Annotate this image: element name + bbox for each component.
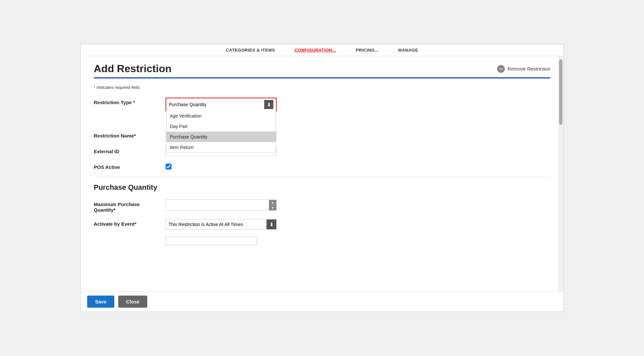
dropdown-option-item-return[interactable]: Item Return	[167, 142, 276, 153]
pos-active-row: POS Active	[94, 162, 550, 170]
max-qty-spinner[interactable]: ▲ ▼	[166, 200, 277, 211]
restriction-type-row: Restriction Type * Purchase Quantity ⬇ A…	[94, 98, 550, 111]
pos-active-checkbox[interactable]	[166, 164, 171, 170]
spinner-up-button[interactable]: ▲	[269, 200, 276, 205]
restriction-type-label: Restriction Type *	[94, 98, 166, 105]
external-id-row: External ID	[94, 147, 550, 156]
nav-pricing[interactable]: PRICING...	[356, 48, 379, 53]
scrollbar[interactable]	[558, 56, 563, 291]
activate-event-control: This Restriction is Active At All Times …	[166, 219, 277, 230]
scrollbar-thumb[interactable]	[559, 59, 562, 125]
blue-divider	[94, 77, 550, 78]
activate-event-row: Activate by Event* This Restriction is A…	[94, 219, 550, 230]
remove-icon: −	[497, 65, 505, 73]
remove-restriction-button[interactable]: − Remove Restriction	[497, 65, 550, 73]
section-divider	[94, 176, 550, 177]
main-window: CATEGORIES & ITEMS CONFIGURATION... PRIC…	[80, 44, 564, 312]
dropdown-selected-value: Purchase Quantity	[169, 102, 206, 107]
spinner-buttons: ▲ ▼	[269, 200, 276, 210]
nav-categories-items[interactable]: CATEGORIES & ITEMS	[226, 48, 275, 53]
purchase-quantity-section: Purchase Quantity Maximum Purchase Quant…	[94, 183, 550, 245]
restriction-type-control: Purchase Quantity ⬇ Age Verification Day…	[166, 98, 277, 111]
main-content: Add Restriction − Remove Restriction * I…	[81, 56, 563, 291]
pos-active-label: POS Active	[94, 162, 166, 170]
pos-active-control	[166, 162, 171, 170]
max-qty-control: ▲ ▼	[166, 200, 277, 211]
partial-bottom-label	[94, 236, 166, 238]
bottom-bar: Save Close	[81, 291, 563, 312]
remove-restriction-label: Remove Restriction	[507, 66, 550, 72]
external-id-label: External ID	[94, 147, 166, 154]
required-note: * Indicates required field.	[94, 85, 550, 90]
activate-event-dropdown[interactable]: This Restriction is Active At All Times …	[166, 219, 277, 230]
restriction-name-row: Restriction Name*	[94, 131, 550, 140]
partial-bottom-row	[94, 236, 550, 245]
nav-manage[interactable]: MANAGE	[398, 48, 418, 53]
nav-configuration[interactable]: CONFIGURATION...	[295, 48, 336, 53]
dropdown-arrow-button[interactable]: ⬇	[264, 100, 273, 109]
dropdown-list: Age Verification Day Part Purchase Quant…	[166, 111, 276, 153]
activate-event-value: This Restriction is Active At All Times	[166, 220, 266, 229]
activate-event-label: Activate by Event*	[94, 219, 166, 227]
form-section: Restriction Type * Purchase Quantity ⬇ A…	[94, 98, 550, 170]
header-row: Add Restriction − Remove Restriction	[94, 63, 550, 75]
page-title: Add Restriction	[94, 63, 171, 75]
dropdown-selected-display[interactable]: Purchase Quantity ⬇	[166, 98, 276, 111]
dropdown-option-age-verification[interactable]: Age Verification	[167, 111, 276, 121]
max-qty-label: Maximum Purchase Quantity*	[94, 200, 166, 213]
max-qty-row: Maximum Purchase Quantity* ▲ ▼	[94, 200, 550, 213]
dropdown-option-day-part[interactable]: Day Part	[167, 121, 276, 132]
restriction-type-dropdown[interactable]: Purchase Quantity ⬇ Age Verification Day…	[166, 98, 277, 111]
spinner-down-button[interactable]: ▼	[269, 205, 276, 210]
purchase-quantity-title: Purchase Quantity	[94, 183, 550, 192]
dropdown-option-purchase-quantity[interactable]: Purchase Quantity	[167, 132, 276, 142]
max-qty-input[interactable]	[166, 200, 269, 210]
partial-bottom-input[interactable]	[166, 236, 257, 245]
partial-bottom-control	[166, 236, 277, 245]
top-navigation: CATEGORIES & ITEMS CONFIGURATION... PRIC…	[81, 44, 563, 56]
save-button[interactable]: Save	[87, 296, 114, 308]
activate-arrow-button[interactable]: ⬇	[266, 219, 276, 229]
restriction-name-label: Restriction Name*	[94, 131, 166, 138]
close-button[interactable]: Close	[118, 296, 147, 308]
